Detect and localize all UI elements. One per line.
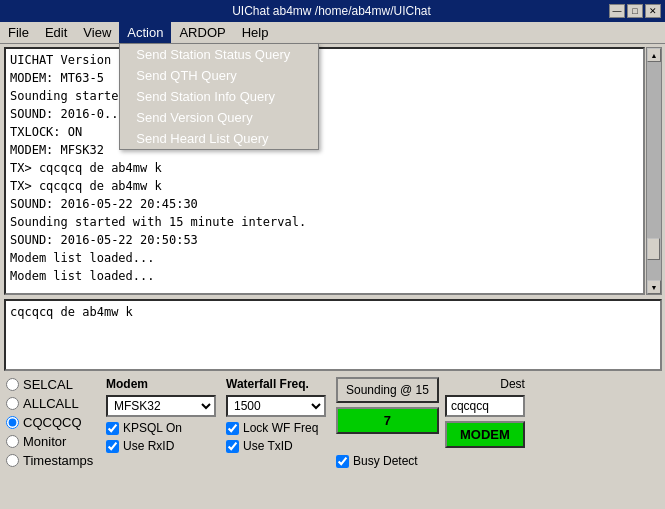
radio-cqcqcq-input[interactable] bbox=[6, 416, 19, 429]
log-line: MODEM: MFSK32 bbox=[10, 141, 639, 159]
input-area[interactable]: cqcqcq de ab4mw k bbox=[4, 299, 662, 371]
radio-timestamps[interactable]: Timestamps bbox=[6, 453, 96, 468]
radio-selcal-input[interactable] bbox=[6, 378, 19, 391]
action-send-qth[interactable]: Send QTH Query bbox=[120, 65, 318, 86]
txid-label: Use TxID bbox=[243, 439, 293, 453]
log-scrollbar[interactable]: ▲ ▼ bbox=[646, 47, 662, 295]
menubar: File Edit View Action Send Station Statu… bbox=[0, 22, 665, 44]
radio-cqcqcq[interactable]: CQCQCQ bbox=[6, 415, 96, 430]
lockwf-label: Lock WF Freq bbox=[243, 421, 318, 435]
log-line: SOUND: 2016-05-22 20:45:30 bbox=[10, 195, 639, 213]
radio-timestamps-label: Timestamps bbox=[23, 453, 93, 468]
log-line: TX> cqcqcq de ab4mw k bbox=[10, 159, 639, 177]
kpsql-checkbox[interactable] bbox=[106, 422, 119, 435]
waterfall-select[interactable]: 1500 1000 2000 bbox=[226, 395, 326, 417]
radio-monitor-label: Monitor bbox=[23, 434, 66, 449]
menu-view[interactable]: View bbox=[75, 22, 119, 43]
rxid-checkbox-label[interactable]: Use RxID bbox=[106, 439, 216, 453]
log-line: SOUND: 2016-0... bbox=[10, 105, 639, 123]
waterfall-label: Waterfall Freq. bbox=[226, 377, 326, 391]
maximize-button[interactable]: □ bbox=[627, 4, 643, 18]
modem-select[interactable]: MFSK32 MT63-500 BPSK31 bbox=[106, 395, 216, 417]
dest-input[interactable] bbox=[445, 395, 525, 417]
log-line: Modem list loaded... bbox=[10, 249, 639, 267]
log-line: SOUND: 2016-05-22 20:50:53 bbox=[10, 231, 639, 249]
menu-action[interactable]: Action Send Station Status Query Send QT… bbox=[119, 22, 171, 43]
busy-detect-checkbox[interactable] bbox=[336, 455, 349, 468]
log-area: UICHAT Version ... MODEM: MT63-5 Soundin… bbox=[4, 47, 645, 295]
right-controls: Sounding @ 15 7 Dest MODEM Busy Detect bbox=[336, 377, 525, 468]
log-line: Sounding started with 15 minute interval… bbox=[10, 213, 639, 231]
scroll-down-button[interactable]: ▼ bbox=[647, 280, 661, 294]
menu-edit[interactable]: Edit bbox=[37, 22, 75, 43]
lockwf-checkbox[interactable] bbox=[226, 422, 239, 435]
action-send-version[interactable]: Send Version Query bbox=[120, 107, 318, 128]
radio-timestamps-input[interactable] bbox=[6, 454, 19, 467]
scroll-thumb[interactable] bbox=[647, 238, 660, 260]
menu-file[interactable]: File bbox=[0, 22, 37, 43]
radio-monitor[interactable]: Monitor bbox=[6, 434, 96, 449]
radio-allcall-label: ALLCALL bbox=[23, 396, 79, 411]
kpsql-checkbox-label[interactable]: KPSQL On bbox=[106, 421, 216, 435]
radio-group: SELCAL ALLCALL CQCQCQ Monitor Timestamps bbox=[6, 377, 96, 468]
waterfall-section: Waterfall Freq. 1500 1000 2000 Lock WF F… bbox=[226, 377, 326, 453]
window-controls: — □ ✕ bbox=[609, 4, 661, 18]
sounding-button[interactable]: Sounding @ 15 bbox=[336, 377, 439, 403]
scroll-track[interactable] bbox=[647, 62, 661, 280]
log-line: MODEM: MT63-5 bbox=[10, 69, 639, 87]
action-send-heard-list[interactable]: Send Heard List Query bbox=[120, 128, 318, 149]
action-dropdown: Send Station Status Query Send QTH Query… bbox=[119, 44, 319, 150]
radio-monitor-input[interactable] bbox=[6, 435, 19, 448]
radio-allcall-input[interactable] bbox=[6, 397, 19, 410]
menu-help[interactable]: Help bbox=[234, 22, 277, 43]
txid-checkbox-label[interactable]: Use TxID bbox=[226, 439, 326, 453]
title-bar: UIChat ab4mw /home/ab4mw/UIChat — □ ✕ bbox=[0, 0, 665, 22]
action-send-station-status[interactable]: Send Station Status Query bbox=[120, 44, 318, 65]
busy-detect-text: Busy Detect bbox=[353, 454, 418, 468]
modem-button[interactable]: MODEM bbox=[445, 421, 525, 448]
close-button[interactable]: ✕ bbox=[645, 4, 661, 18]
seven-button[interactable]: 7 bbox=[336, 407, 439, 434]
log-line: Sounding started with 15 minute interval… bbox=[10, 87, 639, 105]
radio-cqcqcq-label: CQCQCQ bbox=[23, 415, 82, 430]
lockwf-checkbox-label[interactable]: Lock WF Freq bbox=[226, 421, 326, 435]
minimize-button[interactable]: — bbox=[609, 4, 625, 18]
modem-section: Modem MFSK32 MT63-500 BPSK31 KPSQL On Us… bbox=[106, 377, 216, 453]
radio-selcal[interactable]: SELCAL bbox=[6, 377, 96, 392]
radio-allcall[interactable]: ALLCALL bbox=[6, 396, 96, 411]
menu-ardop[interactable]: ARDOP bbox=[171, 22, 233, 43]
txid-checkbox[interactable] bbox=[226, 440, 239, 453]
rxid-label: Use RxID bbox=[123, 439, 174, 453]
log-line: UICHAT Version ... bbox=[10, 51, 639, 69]
log-line: TXLOCK: ON bbox=[10, 123, 639, 141]
busy-detect-row[interactable]: Busy Detect bbox=[336, 454, 418, 468]
log-line: TX> cqcqcq de ab4mw k bbox=[10, 177, 639, 195]
rxid-checkbox[interactable] bbox=[106, 440, 119, 453]
action-send-station-info[interactable]: Send Station Info Query bbox=[120, 86, 318, 107]
scroll-up-button[interactable]: ▲ bbox=[647, 48, 661, 62]
radio-selcal-label: SELCAL bbox=[23, 377, 73, 392]
input-text: cqcqcq de ab4mw k bbox=[10, 305, 656, 319]
modem-label: Modem bbox=[106, 377, 216, 391]
window-title: UIChat ab4mw /home/ab4mw/UIChat bbox=[54, 4, 609, 18]
log-line: Modem list loaded... bbox=[10, 267, 639, 285]
kpsql-label: KPSQL On bbox=[123, 421, 182, 435]
